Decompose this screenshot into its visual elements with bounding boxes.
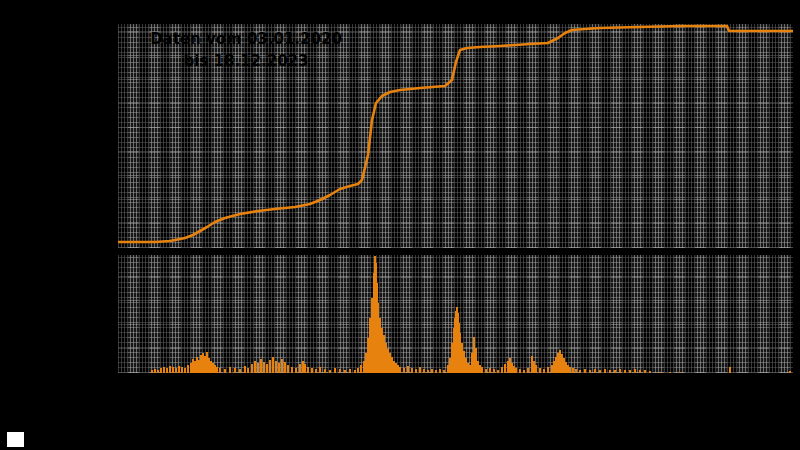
- bar: [619, 369, 621, 373]
- bar: [369, 318, 371, 373]
- bar: [584, 369, 586, 373]
- bar: [229, 367, 231, 373]
- bar: [459, 333, 461, 373]
- bar: [533, 361, 535, 373]
- bar: [515, 368, 517, 373]
- bar: [163, 367, 165, 373]
- bar: [415, 369, 417, 373]
- bar: [365, 353, 367, 373]
- bar: [467, 363, 469, 373]
- bar: [393, 361, 395, 373]
- bar: [609, 370, 611, 373]
- bar: [363, 361, 365, 373]
- bar: [389, 353, 391, 373]
- bar: [190, 363, 192, 373]
- bars-layer: [118, 255, 793, 373]
- bar: [535, 365, 537, 373]
- bar: [729, 367, 731, 373]
- bar: [272, 357, 274, 373]
- bar: [507, 361, 509, 373]
- bar: [649, 371, 651, 373]
- bar: [431, 369, 433, 373]
- bar: [379, 318, 381, 373]
- bar: [639, 370, 641, 373]
- bar: [644, 370, 646, 373]
- bar: [334, 368, 336, 373]
- bar: [479, 365, 481, 373]
- bar: [489, 368, 491, 373]
- bar: [439, 369, 441, 373]
- bar: [302, 361, 304, 373]
- bar: [184, 368, 186, 373]
- bar: [659, 372, 661, 373]
- bar: [160, 368, 162, 373]
- bar: [565, 362, 567, 373]
- bar: [307, 367, 309, 373]
- bar: [339, 369, 341, 373]
- bar: [407, 366, 409, 373]
- bar: [589, 370, 591, 373]
- bar: [234, 368, 236, 373]
- bar: [569, 367, 571, 373]
- bar: [377, 303, 379, 373]
- bar: [257, 363, 259, 373]
- cumulative-line: [118, 26, 793, 242]
- bar: [196, 357, 198, 373]
- bar: [629, 370, 631, 373]
- bar: [481, 367, 483, 373]
- bar: [539, 368, 541, 373]
- bar: [509, 358, 511, 373]
- bar: [172, 367, 174, 373]
- daily-bars-panel: [118, 255, 793, 373]
- bar: [789, 371, 791, 373]
- bar: [485, 369, 487, 373]
- bar: [349, 369, 351, 373]
- bar: [244, 366, 246, 373]
- bar: [192, 359, 194, 373]
- bar: [463, 351, 465, 373]
- bar: [567, 365, 569, 373]
- bar: [447, 365, 449, 373]
- bar: [367, 338, 369, 373]
- bar: [254, 361, 256, 373]
- bar: [423, 369, 425, 373]
- bar: [291, 367, 293, 373]
- bar: [443, 370, 445, 373]
- bar: [181, 367, 183, 373]
- bar: [381, 328, 383, 373]
- bar: [461, 343, 463, 373]
- bar: [604, 369, 606, 373]
- bar: [278, 363, 280, 373]
- bar: [551, 365, 553, 373]
- bar: [239, 369, 241, 373]
- bar: [523, 370, 525, 373]
- bar: [202, 353, 204, 373]
- bar: [599, 370, 601, 373]
- bar: [214, 365, 216, 373]
- bar: [385, 343, 387, 373]
- bar: [247, 368, 249, 373]
- bar: [469, 365, 471, 373]
- bar: [559, 350, 561, 373]
- bar: [419, 367, 421, 373]
- bar: [411, 368, 413, 373]
- bar: [563, 358, 565, 373]
- bar: [669, 372, 671, 373]
- bar: [260, 359, 262, 373]
- bar: [572, 368, 574, 373]
- bar: [451, 343, 453, 373]
- bar: [287, 365, 289, 373]
- bar: [493, 369, 495, 373]
- bar: [371, 298, 373, 373]
- bar: [473, 337, 475, 373]
- bar: [511, 363, 513, 373]
- bar: [501, 367, 503, 373]
- bar: [251, 364, 253, 373]
- bar: [299, 364, 301, 373]
- bar: [614, 370, 616, 373]
- bar: [465, 358, 467, 373]
- bar: [435, 370, 437, 373]
- bar: [187, 365, 189, 373]
- bar: [275, 361, 277, 373]
- bar: [579, 370, 581, 373]
